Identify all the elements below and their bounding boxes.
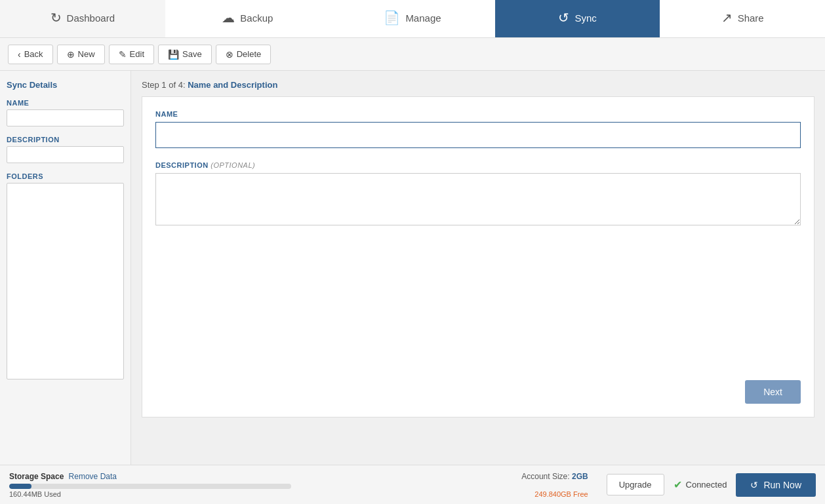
storage-bottom-row — [9, 484, 597, 489]
new-icon: ⊕ — [67, 49, 75, 60]
run-now-button[interactable]: ↺ Run Now — [736, 473, 816, 497]
next-button[interactable]: Next — [745, 380, 801, 404]
nav-item-sync[interactable]: ↺ Sync — [495, 0, 660, 37]
nav-label-dashboard: Dashboard — [67, 12, 115, 24]
new-button[interactable]: ⊕ New — [57, 45, 105, 64]
form-panel: NAME DESCRIPTION (OPTIONAL) Next — [142, 96, 815, 417]
share-icon: ↗ — [721, 10, 733, 26]
manage-icon: 📄 — [384, 10, 400, 26]
content-area: Step 1 of 4: Name and Description NAME D… — [131, 71, 825, 465]
account-size-value: 2GB — [572, 472, 588, 481]
form-description-textarea[interactable] — [155, 173, 801, 225]
nav-item-backup[interactable]: ☁ Backup — [165, 0, 331, 37]
connected-status: ✔ Connected — [674, 478, 727, 491]
form-optional-label: (OPTIONAL) — [211, 161, 255, 169]
connected-label: Connected — [686, 480, 727, 490]
upgrade-button[interactable]: Upgrade — [607, 474, 664, 495]
sidebar-name-label: NAME — [7, 99, 124, 107]
step-header: Step 1 of 4: Name and Description — [142, 80, 815, 90]
main-area: Sync Details NAME DESCRIPTION FOLDERS St… — [0, 71, 825, 465]
dashboard-icon: ↻ — [50, 10, 62, 26]
sidebar-folders-box — [7, 183, 124, 379]
connected-icon: ✔ — [674, 478, 682, 491]
storage-top-row: Storage Space Remove Data Account Size: … — [9, 471, 597, 481]
sidebar-folders-label: FOLDERS — [7, 172, 124, 180]
account-size-info: Account Size: 2GB — [521, 472, 588, 481]
form-name-label: NAME — [155, 110, 801, 118]
storage-free: 249.840GB Free — [534, 490, 588, 498]
top-navigation: ↻ Dashboard ☁ Backup 📄 Manage ↺ Sync ↗ S… — [0, 0, 825, 38]
storage-bar-fill — [9, 484, 31, 489]
nav-label-backup: Backup — [240, 12, 273, 24]
edit-icon: ✎ — [119, 49, 127, 60]
toolbar: ‹ Back ⊕ New ✎ Edit 💾 Save ⊗ Delete — [0, 38, 825, 71]
delete-icon: ⊗ — [226, 49, 233, 60]
save-icon: 💾 — [168, 49, 179, 60]
edit-button[interactable]: ✎ Edit — [109, 45, 154, 64]
nav-label-share: Share — [738, 12, 764, 24]
nav-item-manage[interactable]: 📄 Manage — [330, 0, 495, 37]
footer-right: Upgrade ✔ Connected ↺ Run Now — [607, 473, 816, 497]
storage-bar — [9, 484, 291, 489]
save-button[interactable]: 💾 Save — [158, 45, 212, 64]
step-number: Step 1 of 4: — [142, 80, 186, 90]
footer: Storage Space Remove Data Account Size: … — [0, 465, 825, 504]
nav-item-share[interactable]: ↗ Share — [660, 0, 825, 37]
next-button-container: Next — [745, 380, 801, 404]
back-button[interactable]: ‹ Back — [8, 45, 53, 64]
storage-section: Storage Space Remove Data Account Size: … — [9, 471, 597, 498]
storage-stats-row: 160.44MB Used 249.840GB Free — [9, 490, 597, 498]
sidebar-title: Sync Details — [7, 80, 124, 90]
backup-icon: ☁ — [222, 10, 235, 26]
nav-label-manage: Manage — [405, 12, 441, 24]
remove-data-link[interactable]: Remove Data — [69, 472, 117, 481]
sidebar-description-label: DESCRIPTION — [7, 136, 124, 144]
form-description-label: DESCRIPTION (OPTIONAL) — [155, 161, 801, 169]
nav-label-sync: Sync — [574, 12, 596, 24]
back-icon: ‹ — [18, 49, 21, 60]
step-link: Name and Description — [188, 80, 277, 90]
account-size-label: Account Size: — [521, 472, 569, 481]
sync-icon: ↺ — [558, 10, 569, 26]
storage-used: 160.44MB Used — [9, 490, 61, 498]
run-now-icon: ↺ — [750, 480, 758, 490]
sidebar: Sync Details NAME DESCRIPTION FOLDERS — [0, 71, 131, 465]
sidebar-description-input[interactable] — [7, 146, 124, 163]
nav-item-dashboard[interactable]: ↻ Dashboard — [0, 0, 165, 37]
sidebar-name-input[interactable] — [7, 109, 124, 126]
form-name-input[interactable] — [155, 122, 801, 148]
delete-button[interactable]: ⊗ Delete — [216, 45, 272, 64]
storage-label: Storage Space — [9, 472, 64, 481]
